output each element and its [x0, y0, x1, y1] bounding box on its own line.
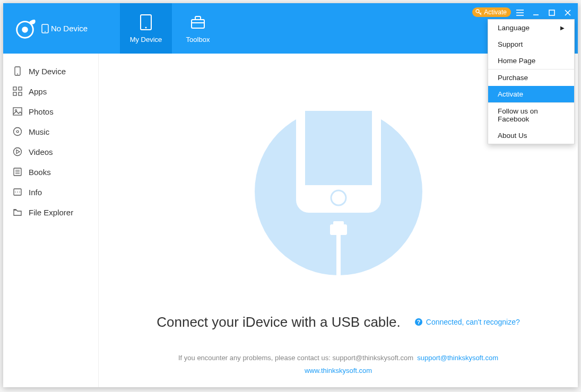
phone-icon	[41, 24, 49, 33]
grid-icon	[13, 86, 22, 96]
svg-rect-18	[13, 87, 16, 90]
sidebar-item-books[interactable]: Books	[3, 162, 98, 182]
menu-item-label: Home Page	[498, 57, 535, 65]
sidebar-item-videos[interactable]: Videos	[3, 142, 98, 162]
maximize-icon	[549, 10, 555, 16]
svg-point-23	[15, 110, 17, 111]
activate-button[interactable]: Activate	[472, 7, 511, 17]
svg-point-24	[14, 128, 22, 136]
sidebar-item-label: Music	[29, 127, 49, 136]
sidebar-item-label: Videos	[29, 147, 53, 156]
header-tabs: My Device Toolbox	[120, 3, 224, 54]
footer-text: If you encounter any problems, please co…	[178, 354, 413, 362]
phone-icon	[13, 66, 22, 76]
sidebar-item-my-device[interactable]: My Device	[3, 61, 98, 81]
svg-point-1	[22, 27, 28, 33]
sidebar-item-label: File Explorer	[29, 208, 73, 217]
svg-point-17	[17, 74, 18, 75]
menu-item-label: Support	[498, 40, 523, 48]
sidebar-item-file-explorer[interactable]: File Explorer	[3, 202, 98, 222]
close-button[interactable]	[561, 7, 575, 18]
connect-device-illustration	[254, 107, 423, 276]
toolbox-icon	[189, 13, 207, 31]
tab-my-device[interactable]: My Device	[120, 3, 172, 54]
support-email-link[interactable]: support@thinkskysoft.com	[417, 354, 498, 362]
folder-icon	[13, 207, 22, 217]
sidebar-item-label: Photos	[29, 107, 54, 116]
sidebar: My Device Apps Photos Music Videos Books	[3, 54, 99, 387]
sidebar-item-info[interactable]: Info	[3, 182, 98, 202]
svg-rect-6	[192, 20, 204, 28]
menu-item-home-page[interactable]: Home Page	[488, 53, 574, 69]
menu-item-about-us[interactable]: About Us	[488, 127, 574, 144]
svg-rect-19	[19, 87, 22, 90]
menu-item-label: Language	[498, 24, 530, 32]
menu-item-label: Follow us on Facebook	[498, 107, 565, 123]
sidebar-item-label: My Device	[29, 67, 66, 76]
footer: If you encounter any problems, please co…	[178, 352, 498, 387]
tab-label: My Device	[130, 36, 162, 43]
cant-recognize-link[interactable]: ? Connected, can't recognize?	[414, 318, 520, 326]
hamburger-icon	[516, 10, 524, 16]
svg-point-5	[145, 27, 147, 29]
menu-item-label: Purchase	[498, 74, 528, 82]
sidebar-item-label: Books	[29, 168, 51, 177]
menu-item-purchase[interactable]: Purchase	[488, 69, 574, 86]
key-icon	[475, 9, 482, 15]
connect-headline: Connect your iDevice with a USB cable.	[157, 314, 401, 330]
disc-icon	[13, 127, 22, 136]
svg-rect-41	[336, 235, 341, 276]
menu-item-language[interactable]: Language ▶	[488, 20, 574, 36]
device-status-label: No Device	[41, 24, 88, 33]
svg-text:?: ?	[417, 319, 420, 325]
svg-rect-20	[13, 92, 16, 95]
minimize-button[interactable]	[529, 7, 543, 18]
minimize-icon	[533, 10, 539, 16]
chevron-right-icon: ▶	[560, 25, 565, 31]
svg-rect-37	[305, 111, 372, 185]
question-icon: ?	[414, 318, 423, 326]
website-link[interactable]: www.thinkskysoft.com	[305, 367, 372, 374]
svg-rect-40	[333, 221, 344, 225]
app-logo-icon	[13, 16, 37, 41]
sidebar-item-label: Apps	[29, 87, 47, 96]
help-link-label: Connected, can't recognize?	[426, 318, 520, 326]
svg-rect-39	[330, 224, 347, 235]
tab-label: Toolbox	[186, 36, 210, 43]
menu-item-support[interactable]: Support	[488, 36, 574, 53]
info-icon	[13, 187, 22, 197]
svg-rect-21	[19, 92, 22, 95]
menu-item-label: Activate	[498, 90, 523, 98]
hamburger-menu-button[interactable]	[513, 7, 527, 18]
tab-toolbox[interactable]: Toolbox	[172, 3, 224, 54]
maximize-button[interactable]	[545, 7, 559, 18]
image-icon	[13, 107, 22, 116]
svg-point-33	[17, 191, 18, 193]
play-icon	[13, 147, 22, 156]
svg-point-26	[14, 148, 22, 156]
activate-label: Activate	[484, 8, 507, 16]
close-icon	[565, 10, 571, 16]
menu-item-follow-facebook[interactable]: Follow us on Facebook	[488, 103, 574, 127]
sidebar-item-label: Info	[29, 188, 42, 197]
menu-item-activate[interactable]: Activate	[488, 86, 574, 102]
hamburger-menu-dropdown: Language ▶ Support Home Page Purchase Ac…	[488, 19, 575, 144]
svg-rect-13	[549, 10, 554, 15]
tablet-icon	[137, 13, 155, 31]
svg-point-32	[15, 191, 16, 193]
menu-item-label: About Us	[498, 132, 527, 140]
svg-point-25	[16, 130, 19, 133]
svg-point-34	[19, 191, 20, 193]
sidebar-item-photos[interactable]: Photos	[3, 101, 98, 121]
book-icon	[13, 167, 22, 177]
svg-point-3	[45, 31, 46, 32]
brand-area: No Device	[3, 3, 120, 54]
svg-rect-22	[13, 108, 22, 115]
sidebar-item-apps[interactable]: Apps	[3, 81, 98, 101]
sidebar-item-music[interactable]: Music	[3, 121, 98, 142]
